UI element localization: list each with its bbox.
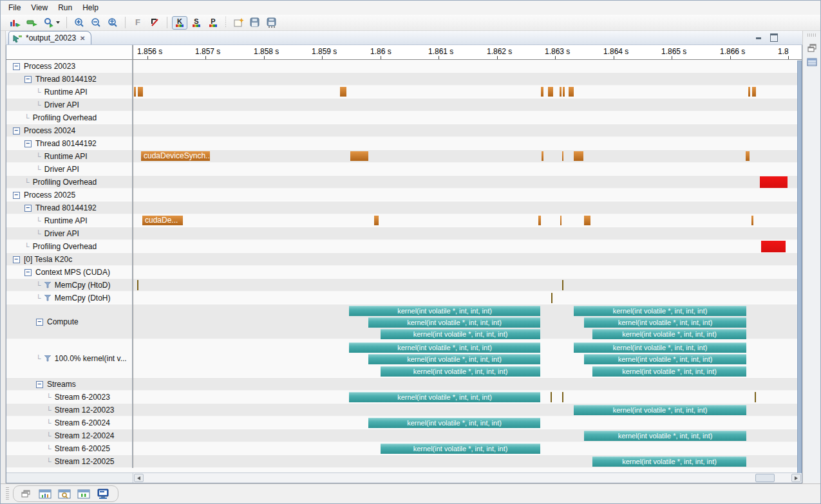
kernel-bar[interactable]: kernel(int volatile *, int, int, int) — [584, 431, 746, 441]
tree-row-runtime-api[interactable]: └Runtime API — [6, 150, 133, 163]
tree-row-driver-api[interactable]: └Driver API — [6, 227, 133, 240]
kernel-bar[interactable]: kernel(int volatile *, int, int, int) — [574, 405, 746, 415]
kernel-bar[interactable]: kernel(int volatile *, int, int, int) — [574, 342, 746, 353]
kernel-bar[interactable]: kernel(int volatile *, int, int, int) — [584, 354, 746, 364]
kernel-bar[interactable]: kernel(int volatile *, int, int, int) — [592, 329, 746, 339]
save-all-button[interactable] — [264, 16, 279, 30]
settings-view-button[interactable] — [77, 487, 91, 500]
memcpy-marker[interactable] — [551, 392, 552, 402]
runtime-api-bar[interactable] — [574, 151, 583, 161]
kernel-coloring-toggle[interactable]: K — [172, 16, 187, 30]
overhead-bar[interactable] — [761, 241, 786, 252]
drag-handle-icon[interactable] — [807, 33, 816, 37]
runtime-api-bar[interactable] — [748, 87, 750, 97]
kernel-bar[interactable]: kernel(int volatile *, int, int, int) — [368, 354, 540, 364]
menu-run[interactable]: Run — [53, 1, 77, 14]
memcpy-marker[interactable] — [562, 392, 563, 402]
new-session-button[interactable] — [8, 16, 23, 30]
collapse-expander-icon[interactable]: − — [13, 63, 20, 70]
runtime-api-bar[interactable] — [542, 151, 543, 161]
minimize-view-icon[interactable] — [755, 33, 763, 41]
horizontal-scrollbar-thumb[interactable] — [755, 474, 775, 482]
tree-row-stream-6-20025[interactable]: └Stream 6-20025 — [6, 442, 133, 455]
kernel-bar[interactable]: kernel(int volatile *, int, int, int) — [349, 306, 540, 316]
tree-row-thread-80144192[interactable]: −Thread 80144192 — [6, 201, 133, 214]
runtime-api-bar[interactable] — [350, 151, 368, 161]
runtime-api-bar[interactable] — [134, 87, 136, 97]
tree-row-process-20025[interactable]: −Process 20025 — [6, 189, 133, 201]
kernel-bar[interactable]: kernel(int volatile *, int, int, int) — [381, 443, 540, 454]
runtime-api-bar[interactable] — [340, 87, 346, 97]
tree-row-stream-12-20025[interactable]: └Stream 12-20025 — [6, 455, 133, 468]
console-view-button[interactable] — [96, 487, 110, 500]
tree-row-stream-12-20024[interactable]: └Stream 12-20024 — [6, 429, 133, 442]
kernel-bar[interactable]: kernel(int volatile *, int, int, int) — [592, 366, 746, 377]
memcpy-marker[interactable] — [551, 293, 552, 303]
tree-row-thread-80144192[interactable]: −Thread 80144192 — [6, 137, 133, 150]
new-window-button[interactable] — [231, 16, 246, 30]
restore-views-button[interactable] — [19, 487, 33, 500]
runtime-api-bar[interactable] — [538, 216, 541, 225]
runtime-api-bar[interactable] — [560, 216, 561, 225]
runtime-api-bar[interactable] — [584, 216, 590, 225]
collapse-expander-icon[interactable]: − — [24, 205, 32, 212]
tree-row-streams[interactable]: −Streams — [6, 378, 133, 391]
menu-view[interactable]: View — [26, 1, 53, 14]
stream-coloring-toggle[interactable]: S — [189, 16, 204, 30]
tree-row-compute[interactable]: −Compute — [6, 304, 133, 339]
scroll-left-arrow[interactable] — [134, 474, 144, 482]
kernel-bar[interactable]: kernel(int volatile *, int, int, int) — [368, 418, 540, 428]
runtime-api-bar[interactable] — [562, 151, 563, 161]
properties-table-button[interactable] — [805, 55, 819, 69]
kernel-bar[interactable]: kernel(int volatile *, int, int, int) — [574, 306, 746, 316]
runtime-api-bar[interactable] — [569, 87, 574, 97]
runtime-api-bar[interactable] — [541, 87, 543, 97]
kernel-bar[interactable]: kernel(int volatile *, int, int, int) — [584, 317, 746, 328]
tree-row-driver-api[interactable]: └Driver API — [6, 98, 133, 111]
tab-output-20023[interactable]: *output_20023 ✕ — [8, 31, 91, 44]
analysis-view-button[interactable] — [38, 487, 52, 500]
runtime-api-bar[interactable] — [746, 151, 750, 161]
collapse-expander-icon[interactable]: − — [36, 381, 43, 388]
collapse-expander-icon[interactable]: − — [24, 269, 32, 276]
kernel-bar[interactable]: kernel(int volatile *, int, int, int) — [368, 317, 540, 328]
tree-row-100-0-kernel-int-v-[interactable]: └100.0% kernel(int v... — [6, 339, 133, 378]
save-button[interactable] — [247, 16, 263, 30]
tree-row-stream-6-20024[interactable]: └Stream 6-20024 — [6, 416, 133, 429]
runtime-api-bar[interactable] — [548, 87, 553, 97]
runtime-api-bar[interactable] — [138, 87, 143, 97]
restore-view-button[interactable] — [805, 41, 819, 55]
tree-row-context-mps-cuda-[interactable]: −Context MPS (CUDA) — [6, 266, 133, 279]
kernel-bar[interactable]: kernel(int volatile *, int, int, int) — [381, 329, 540, 339]
import-button[interactable] — [24, 16, 40, 30]
horizontal-scrollbar[interactable] — [133, 473, 802, 483]
tree-row-memcpy-htod-[interactable]: └MemCpy (HtoD) — [6, 279, 133, 292]
kernel-bar[interactable]: kernel(int volatile *, int, int, int) — [381, 366, 540, 377]
collapse-expander-icon[interactable]: − — [13, 192, 20, 199]
tree-row--0-tesla-k20c[interactable]: −[0] Tesla K20c — [6, 253, 133, 266]
runtime-api-bar[interactable] — [752, 87, 756, 97]
memcpy-marker[interactable] — [755, 392, 756, 402]
menu-help[interactable]: Help — [77, 1, 104, 14]
tree-row-driver-api[interactable]: └Driver API — [6, 163, 133, 176]
runtime-api-bar[interactable]: cudaDe... — [142, 216, 183, 225]
zoom-out-button[interactable] — [88, 16, 104, 30]
collapse-expander-icon[interactable]: − — [13, 256, 20, 263]
tree-row-stream-6-20023[interactable]: └Stream 6-20023 — [6, 391, 133, 404]
search-menu-button[interactable] — [41, 16, 62, 30]
runtime-api-bar[interactable]: cudaDeviceSynch... — [141, 151, 210, 161]
tree-row-runtime-api[interactable]: └Runtime API — [6, 86, 133, 98]
memcpy-marker[interactable] — [137, 280, 138, 290]
menu-file[interactable]: File — [3, 1, 26, 14]
tree-row-stream-12-20023[interactable]: └Stream 12-20023 — [6, 404, 133, 416]
kernel-bar[interactable]: kernel(int volatile *, int, int, int) — [592, 456, 746, 467]
kernel-bar[interactable]: kernel(int volatile *, int, int, int) — [349, 392, 540, 402]
runtime-api-bar[interactable] — [751, 216, 753, 225]
runtime-api-bar[interactable] — [560, 87, 561, 97]
tree-row-memcpy-dtoh-[interactable]: └MemCpy (DtoH) — [6, 292, 133, 304]
tree-row-profiling-overhead[interactable]: └Profiling Overhead — [6, 176, 133, 189]
tree-row-profiling-overhead[interactable]: └Profiling Overhead — [6, 111, 133, 124]
collapse-expander-icon[interactable]: − — [13, 127, 20, 135]
overhead-bar[interactable] — [760, 176, 788, 188]
collapse-expander-icon[interactable]: − — [24, 76, 32, 83]
